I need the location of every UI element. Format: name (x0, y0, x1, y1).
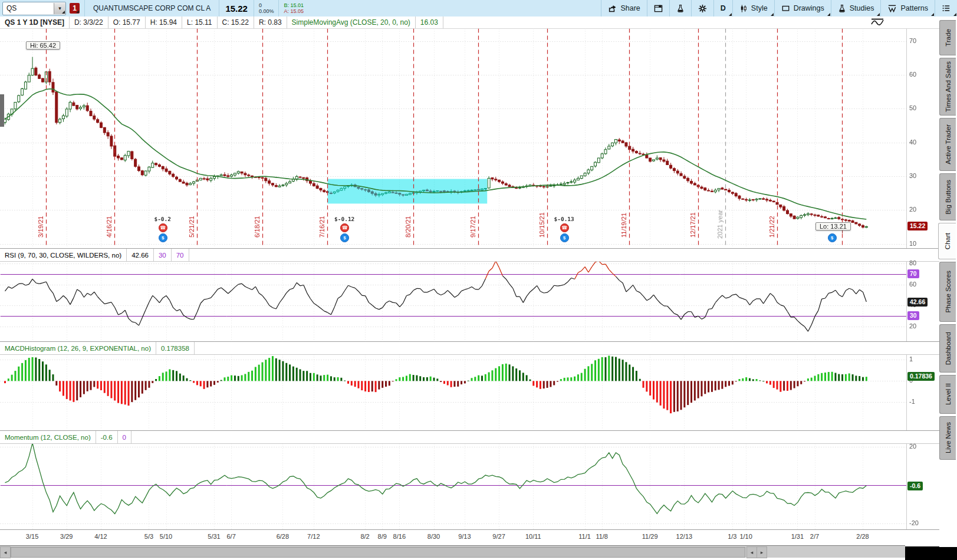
sidebar-tab-label: Live News (945, 422, 952, 453)
sidebar-tab-label: Big Buttons (945, 180, 952, 215)
sidebar-tab-active-trader[interactable]: Active Trader (939, 118, 956, 171)
earnings-eps-label: $-0.12 (334, 216, 354, 222)
momentum-axis-tick: -20 (909, 519, 919, 526)
x-axis-label: 10/11 (525, 533, 541, 540)
x-axis-label: 12/13 (676, 533, 693, 540)
scroll-left-button[interactable]: ◂ (0, 546, 11, 558)
line-chart-icon[interactable] (871, 18, 884, 29)
x-axis-label: 2/28 (856, 533, 869, 540)
macd-header-cell[interactable]: MACDHistogram (12, 26, 9, EXPONENTIAL, n… (0, 342, 156, 354)
price-axis-tick: 50 (909, 104, 916, 111)
rsi-header-cell[interactable]: RSI (9, 70, 30, CLOSE, WILDERS, no) (0, 249, 127, 261)
x-axis-label: 8/9 (378, 533, 387, 540)
macd-axis-tick: -1 (909, 398, 915, 405)
x-axis-label: 1/10 (739, 533, 752, 540)
momentum-value-badge: -0.6 (907, 482, 923, 490)
rsi-axis-tick: 80 (909, 259, 916, 266)
sidebar-tab-label: Chart (944, 233, 951, 249)
sidebar-tab-phase-scores[interactable]: Phase Scores (939, 262, 956, 322)
x-axis-label: 1/31 (791, 533, 804, 540)
x-axis-label: 8/2 (360, 533, 369, 540)
dividend-icon[interactable]: $ (159, 233, 167, 242)
macd-pane-header: MACDHistogram (12, 26, 9, EXPONENTIAL, n… (0, 341, 939, 355)
price-axis-tick: 20 (909, 206, 916, 213)
chart-canvas[interactable] (0, 0, 939, 560)
rsi-header-cell[interactable]: 30 (154, 249, 172, 261)
scroll-left-step-button[interactable]: ◂ (746, 546, 757, 558)
sidebar-tab-label: Level II (945, 383, 952, 405)
event-date-label: 5/21/21 (188, 196, 196, 238)
rsi-level-badge: 30 (907, 311, 919, 320)
sidebar-tab-live-news[interactable]: Live News (939, 416, 956, 460)
price-axis-tick: 60 (909, 71, 916, 78)
dividend-icon[interactable]: $ (560, 233, 569, 242)
rsi-level-badge: 70 (907, 269, 919, 278)
x-axis-label: 11/29 (642, 533, 658, 540)
sidebar-tab-trade[interactable]: Trade (939, 20, 956, 55)
menu-icon (942, 4, 951, 12)
momentum-header-cell[interactable]: 0 (118, 431, 131, 443)
rsi-axis-tick: 60 (909, 281, 916, 288)
x-axis-label: 9/27 (492, 533, 505, 540)
sidebar-tabstrip: TradeTimes And SalesActive TraderBig But… (939, 17, 957, 547)
event-date-label: 10/15/21 (538, 196, 546, 238)
event-date-label: 1/21/22 (768, 196, 776, 238)
earnings-eps-label: $-0.2 (154, 216, 171, 222)
rsi-value-badge: 42.66 (907, 298, 928, 307)
sidebar-tab-label: Phase Scores (945, 271, 952, 313)
momentum-pane-header: Momentum (12, CLOSE, no)-0.60 (0, 430, 939, 444)
rsi-header-cell[interactable]: 42.66 (127, 249, 154, 261)
scroll-right-step-button[interactable]: ▸ (757, 546, 767, 558)
last-price-badge: 15.22 (907, 222, 928, 230)
sidebar-tab-label: Trade (945, 29, 952, 47)
price-axis-tick: 40 (909, 139, 916, 146)
x-axis-label: 2/7 (810, 533, 819, 540)
x-axis-label: 9/13 (458, 533, 471, 540)
earnings-eps-label: $-0.13 (554, 216, 574, 222)
x-axis-row: 3/153/294/125/35/105/316/76/287/128/28/9… (0, 529, 939, 546)
event-date-label: 8/20/21 (404, 196, 412, 238)
sidebar-tab-times-and-sales[interactable]: Times And Sales (939, 58, 956, 116)
event-date-label: 6/18/21 (253, 196, 261, 238)
event-date-label: 12/17/21 (689, 196, 697, 238)
rsi-header-cell[interactable]: 70 (172, 249, 189, 261)
x-axis-label: 8/16 (393, 533, 406, 540)
dividend-icon[interactable]: $ (828, 233, 837, 242)
sidebar-tab-chart[interactable]: Chart (938, 223, 956, 259)
sidebar-tab-dashboard[interactable]: Dashboard (939, 324, 956, 373)
horizontal-scrollbar[interactable]: ◂ ◂ ▸ (0, 545, 905, 558)
event-date-label: 7/16/21 (318, 196, 326, 238)
macd-header-cell[interactable]: 0.178358 (156, 342, 195, 354)
earnings-call-icon[interactable]: ☎ (560, 223, 569, 232)
sidebar-tab-level-ii[interactable]: Level II (939, 375, 956, 414)
app-window: QS ▾ 1 QUANTUMSCAPE CORP COM CL A 15.22 … (0, 0, 957, 560)
momentum-header-cell[interactable]: Momentum (12, CLOSE, no) (0, 431, 96, 443)
x-axis-label: 6/28 (277, 533, 289, 540)
sidebar-tab-label: Times And Sales (945, 61, 952, 112)
year-boundary-label: 2021 year (716, 190, 724, 239)
x-axis-label: 6/7 (226, 533, 235, 540)
price-axis-tick: 30 (909, 172, 916, 179)
sidebar-tab-big-buttons[interactable]: Big Buttons (939, 173, 956, 220)
event-date-label: 4/16/21 (105, 196, 113, 238)
rsi-axis-tick: 20 (909, 322, 916, 330)
price-axis-tick: 70 (909, 37, 916, 44)
bottom-right-corner (905, 546, 957, 560)
x-axis-label: 8/30 (427, 533, 440, 540)
x-axis-label: 1/3 (728, 533, 736, 540)
macd-axis-tick: 1 (909, 355, 913, 363)
lo-price-tooltip: Lo: 13.21 (815, 222, 851, 230)
sidebar-tab-label: Active Trader (945, 124, 952, 164)
x-axis-label: 5/31 (208, 533, 220, 540)
event-date-label: 9/17/21 (469, 196, 477, 238)
momentum-header-cell[interactable]: -0.6 (96, 431, 118, 443)
macd-value-badge: 0.17836 (907, 372, 935, 381)
earnings-call-icon[interactable]: ☎ (159, 223, 167, 232)
x-axis-label: 3/15 (26, 533, 38, 540)
price-axis-tick: 10 (909, 240, 916, 247)
event-date-label: 11/19/21 (620, 196, 628, 238)
hi-price-tooltip: Hi: 65.42 (26, 41, 60, 50)
scrollbar-thumb[interactable] (11, 547, 745, 558)
x-axis-label: 3/29 (60, 533, 73, 540)
sidebar-tab-label: Dashboard (945, 332, 952, 365)
